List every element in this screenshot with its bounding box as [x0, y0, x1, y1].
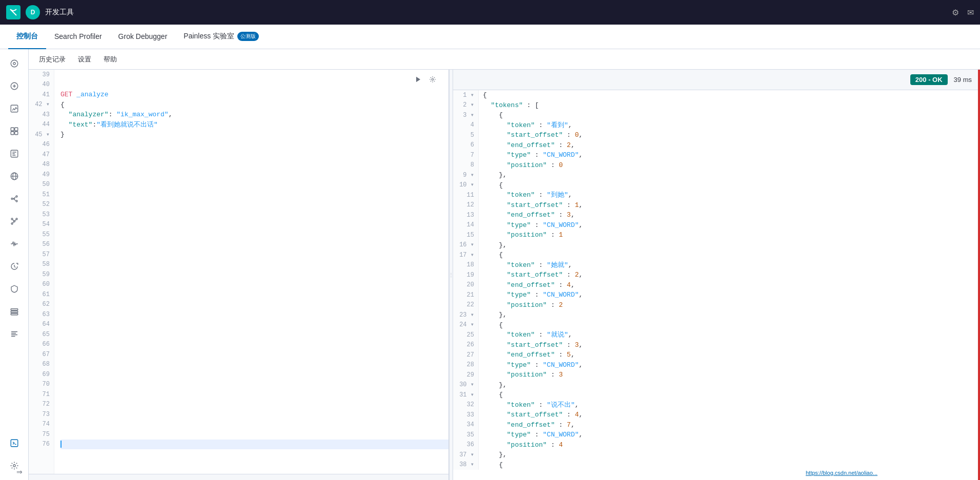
sidebar-item-graph[interactable] [4, 211, 25, 232]
time-badge: 39 ms [954, 76, 972, 84]
sidebar-item-dashboard[interactable] [4, 121, 25, 141]
r-code-line-5: "start_offset" : 0, [483, 130, 980, 140]
sidebar-item-devtools[interactable] [4, 433, 25, 453]
code-line-74 [60, 420, 448, 430]
sidebar-item-apm[interactable] [4, 234, 25, 254]
line-num-69: 69 [29, 369, 54, 380]
r-code-line-20: "end_offset" : 4, [483, 280, 980, 290]
code-line-65 [60, 329, 448, 340]
help-button[interactable]: 帮助 [101, 55, 119, 64]
line-num-46: 46 [29, 140, 54, 150]
token-val-text: "看到她就说不出话" [96, 120, 158, 130]
sidebar-item-visualize[interactable] [4, 98, 25, 119]
tab-grok-debugger[interactable]: Grok Debugger [110, 25, 176, 49]
tab-console[interactable]: 控制台 [8, 25, 46, 49]
svg-point-22 [13, 465, 15, 467]
code-lines: 39 40 41 42 ▾ 43 44 45 ▾ 46 47 48 49 50 [29, 70, 448, 474]
footer-link[interactable]: https://blog.csdn.net/aoliao... [806, 470, 877, 476]
tab-painless[interactable]: Painless 实验室 公测版 [175, 25, 267, 49]
token-val-analyzer: "ik_max_word" [116, 110, 168, 120]
r-code-line-18: "token" : "她就", [483, 260, 980, 270]
r-code-line-35: "type" : "CN_WORD", [483, 430, 980, 440]
r-line-16: 16 ▾ [453, 240, 478, 251]
sidebar-item-uptime[interactable] [4, 256, 25, 277]
code-line-40 [60, 80, 448, 90]
line-num-62: 62 [29, 300, 54, 310]
r-line-37: 37 ▾ [453, 450, 478, 460]
r-code-line-24: { [483, 320, 980, 330]
settings-icon[interactable]: ⚙ [952, 8, 959, 17]
kibana-logo[interactable] [6, 5, 21, 19]
line-num-56: 56 [29, 240, 54, 250]
r-code-line-21: "type" : "CN_WORD", [483, 290, 980, 300]
r-code-line-38: { [483, 460, 980, 470]
r-line-24: 24 ▾ [453, 320, 478, 330]
wrench-button[interactable] [427, 74, 438, 85]
code-line-52 [60, 200, 448, 210]
r-line-34: 34 [453, 420, 478, 430]
user-avatar[interactable]: D [26, 5, 40, 19]
r-code-line-37: }, [483, 450, 980, 460]
line-num-48: 48 [29, 160, 54, 170]
line-num-64: 64 [29, 320, 54, 330]
r-line-30: 30 ▾ [453, 380, 478, 390]
r-code-line-30: }, [483, 380, 980, 390]
right-panel-border-indicator [978, 70, 980, 480]
history-button[interactable]: 历史记录 [37, 55, 68, 64]
notifications-icon[interactable]: ✉ [967, 8, 974, 17]
sidebar-item-logs[interactable] [4, 324, 25, 344]
code-line-72 [60, 400, 448, 410]
sidebar-item-infra[interactable] [4, 301, 25, 322]
code-line-43: "analyzer" : "ik_max_word" , [60, 110, 448, 120]
sidebar-item-canvas[interactable] [4, 143, 25, 164]
r-code-line-8: "position" : 0 [483, 160, 980, 171]
panel-divider[interactable]: ⋮ [449, 70, 453, 480]
r-line-21: 21 [453, 290, 478, 300]
tab-search-profiler[interactable]: Search Profiler [46, 25, 110, 49]
code-editor[interactable]: 39 40 41 42 ▾ 43 44 45 ▾ 46 47 48 49 50 [29, 70, 448, 474]
line-num-73: 73 [29, 409, 54, 420]
code-line-54 [60, 220, 448, 230]
right-panel-content[interactable]: 1 ▾ 2 ▾ 3 ▾ 4 5 6 7 8 9 ▾ 10 ▾ 11 12 [453, 90, 980, 480]
line-num-45: 45 ▾ [29, 130, 54, 140]
sidebar-item-discover[interactable] [4, 76, 25, 96]
line-num-52: 52 [29, 200, 54, 210]
r-code-line-22: "position" : 2 [483, 300, 980, 310]
sidebar-item-siem[interactable] [4, 279, 25, 299]
r-code-line-7: "type" : "CN_WORD", [483, 150, 980, 160]
code-line-66 [60, 340, 448, 350]
sidebar-item-ml[interactable] [4, 189, 25, 209]
app-title: 开发工具 [45, 8, 947, 17]
run-button[interactable] [413, 74, 424, 85]
sidebar-item-maps[interactable] [4, 166, 25, 186]
bottom-scrollbar[interactable] [29, 474, 448, 480]
code-line-47 [60, 150, 448, 160]
r-code-line-19: "start_offset" : 2, [483, 270, 980, 280]
settings-button[interactable]: 设置 [76, 55, 93, 64]
svg-rect-6 [11, 132, 14, 135]
code-line-50 [60, 180, 448, 190]
r-code-line-25: "token" : "就说", [483, 330, 980, 340]
token-colon2: : [92, 120, 96, 130]
line-num-40: 40 [29, 80, 54, 90]
line-num-66: 66 [29, 340, 54, 350]
svg-point-11 [11, 198, 13, 200]
svg-point-12 [16, 196, 17, 197]
nav-tabs: 控制台 Search Profiler Grok Debugger Painle… [0, 25, 980, 49]
svg-rect-20 [11, 314, 18, 315]
r-line-20: 20 [453, 280, 478, 290]
r-code-line-6: "end_offset" : 2, [483, 140, 980, 151]
line-num-67: 67 [29, 349, 54, 360]
r-line-7: 7 [453, 150, 478, 160]
line-num-71: 71 [29, 389, 54, 400]
line-num-58: 58 [29, 260, 54, 270]
code-line-58 [60, 260, 448, 270]
code-line-64 [60, 320, 448, 330]
r-line-23: 23 ▾ [453, 310, 478, 320]
code-line-73 [60, 409, 448, 420]
r-line-19: 19 [453, 270, 478, 280]
line-num-42: 42 ▾ [29, 100, 54, 110]
line-num-39: 39 [29, 70, 54, 80]
sidebar-item-home[interactable] [4, 53, 25, 74]
r-line-29: 29 [453, 370, 478, 380]
